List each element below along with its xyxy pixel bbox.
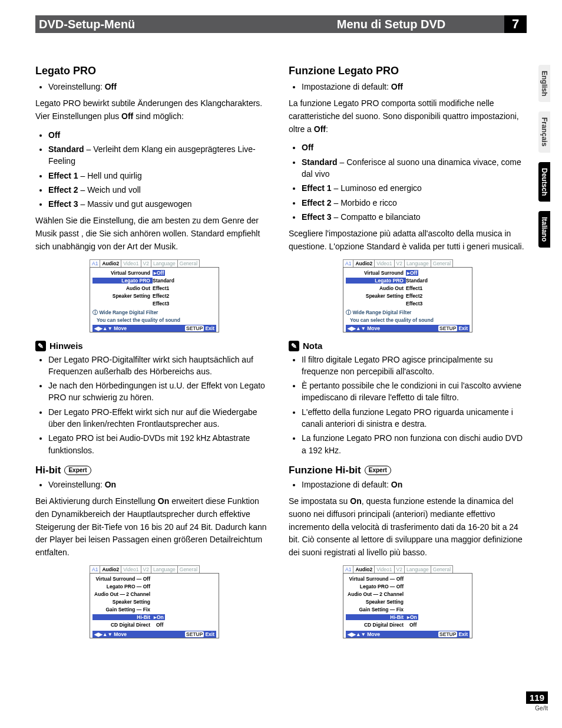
de-options-list: Off Standard – Verleiht dem Klang ein au… bbox=[35, 129, 273, 210]
page-locale: Ge/It bbox=[526, 705, 548, 711]
expert-badge: Expert bbox=[365, 466, 391, 475]
header-right-title: Menu di Setup DVD bbox=[275, 15, 504, 33]
de-hibit-default: Voreinstellung: On bbox=[48, 479, 273, 490]
it-options-list: Off Standard – Conferisce al suono una d… bbox=[289, 141, 527, 223]
language-side-tabs: English Français Deutsch Italiano bbox=[538, 65, 550, 248]
de-hibit-body: Bei Aktivierung durch Einstellung On erw… bbox=[35, 495, 273, 559]
de-hibit-heading: Hi-bit Expert bbox=[35, 465, 273, 476]
osd-legato-it: A1 Audio2 Video1 V2 Language General Vir… bbox=[343, 259, 472, 332]
side-tab-deutsch: Deutsch bbox=[538, 162, 550, 202]
chapter-number: 7 bbox=[504, 15, 527, 33]
it-notes-list: Il filtro digitale Legato PRO agisce pri… bbox=[289, 354, 527, 456]
chapter-header: DVD-Setup-Menü Menu di Setup DVD 7 bbox=[35, 15, 527, 33]
header-left-title: DVD-Setup-Menü bbox=[35, 15, 275, 33]
side-tab-italiano: Italiano bbox=[538, 211, 550, 248]
osd-legato-de: A1 Audio2 Video1 V2 Language General Vir… bbox=[90, 259, 219, 332]
osd-hibit-it: A1 Audio2 Video1 V2 Language General Vir… bbox=[343, 565, 472, 638]
de-hinweis-heading: ✎ Hinweis bbox=[35, 341, 273, 351]
de-notes-list: Der Legato PRO-Digitalfilter wirkt sich … bbox=[35, 354, 273, 456]
it-choose: Scegliere l'impostazione più adatta all'… bbox=[289, 228, 527, 253]
expert-badge: Expert bbox=[64, 466, 91, 475]
it-nota-heading: ✎ Nota bbox=[289, 341, 527, 351]
de-choose: Wählen Sie die Einstellung, die am beste… bbox=[35, 215, 273, 253]
de-legato-title: Legato PRO bbox=[35, 65, 273, 77]
column-italian: Funzione Legato PRO Impostazione di defa… bbox=[289, 65, 527, 647]
page-number: 119 bbox=[526, 691, 548, 704]
osd-hibit-de: A1 Audio2 Video1 V2 Language General Vir… bbox=[90, 565, 219, 638]
column-german: Legato PRO Voreinstellung: Off Legato PR… bbox=[35, 65, 273, 647]
it-intro: La funzione Legato PRO comporta sottili … bbox=[289, 97, 527, 136]
it-hibit-heading: Funzione Hi-bit Expert bbox=[289, 465, 527, 476]
it-default-line: Impostazione di default: Off bbox=[302, 81, 527, 93]
de-default-line: Voreinstellung: Off bbox=[48, 81, 273, 93]
note-icon: ✎ bbox=[289, 341, 299, 351]
it-hibit-default: Impostazione di default: On bbox=[302, 479, 527, 490]
note-icon: ✎ bbox=[35, 341, 46, 351]
side-tab-francais: Français bbox=[538, 111, 550, 152]
it-hibit-body: Se impostata su On, questa funzione este… bbox=[289, 495, 527, 559]
page-number-box: 119 Ge/It bbox=[526, 691, 548, 711]
side-tab-english: English bbox=[538, 65, 550, 102]
it-legato-title: Funzione Legato PRO bbox=[289, 65, 527, 77]
de-intro: Legato PRO bewirkt subtile Änderungen de… bbox=[35, 97, 273, 123]
